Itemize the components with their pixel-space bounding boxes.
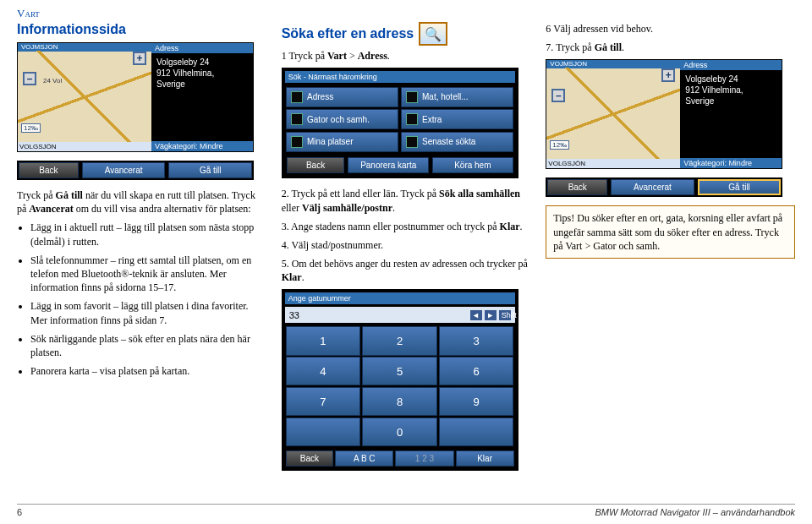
search-cell-food[interactable]: Mat, hotell... <box>401 87 513 107</box>
step-1: 1 Tryck på Vart > Adress. <box>282 49 531 63</box>
back-button[interactable]: Back <box>19 162 79 178</box>
zoom-out-button[interactable]: – <box>551 89 565 102</box>
addr-line-3: Sverige <box>685 96 776 106</box>
gps-info-screen: VOJMSJON – + 24 Vol 12‰ VOLGSJÖN Adress … <box>17 42 254 180</box>
drive-home-button[interactable]: Köra hem <box>432 157 513 173</box>
step-4: 4. Välj stad/postnummer. <box>282 238 531 252</box>
num-button[interactable]: 1 2 3 <box>395 450 453 467</box>
step-5: 5. Om det behövs anger du resten av adre… <box>282 257 531 284</box>
step-2: 2. Tryck på ett land eller län. Tryck på… <box>282 187 531 214</box>
street-label: VOLGSJÖN <box>546 159 680 168</box>
search-cell-streets[interactable]: Gator och samh. <box>286 109 398 129</box>
back-button[interactable]: Back <box>287 157 345 173</box>
roads-icon <box>291 113 303 125</box>
address-title: Adress <box>151 43 253 53</box>
map-scale: 12‰ <box>21 123 41 133</box>
search-cell-myplaces[interactable]: Mina platser <box>286 132 398 152</box>
gps-search-screen: Sök - Närmast häromkring Adress Mat, hot… <box>282 68 518 178</box>
entry-field[interactable]: 33 ◄ ► Shift <box>285 307 515 323</box>
magnifier-icon: 🔍 <box>419 22 447 46</box>
advanced-button[interactable]: Avancerat <box>82 162 166 178</box>
key-9[interactable]: 9 <box>439 387 514 416</box>
advanced-button[interactable]: Avancerat <box>611 179 694 195</box>
key-5[interactable]: 5 <box>362 357 437 385</box>
step-3: 3. Ange stadens namn eller postnummer oc… <box>282 220 531 233</box>
entry-value: 33 <box>289 310 299 320</box>
key-3[interactable]: 3 <box>439 326 514 355</box>
map-top-label: VOJMSJON <box>18 43 151 51</box>
list-item: Sök närliggande plats – sök efter en pla… <box>30 332 266 359</box>
address-block: Volgseleby 24 912 Vilhelmina, Sverige <box>680 70 782 158</box>
list-item: Slå telefonnummer – ring ett samtal till… <box>30 254 266 295</box>
page-number: 6 <box>17 507 22 517</box>
search-cell-extra[interactable]: Extra <box>401 109 513 129</box>
zoom-in-button[interactable]: + <box>133 52 146 65</box>
addr-line-2: 912 Vilhelmina, <box>156 68 248 79</box>
key-blank1[interactable] <box>286 418 361 446</box>
gps-keypad-screen: Ange gatunummer 33 ◄ ► Shift 1 2 3 4 5 6… <box>282 289 518 471</box>
list-item: Panorera karta – visa platsen på kartan. <box>30 364 266 378</box>
street-text: 24 Vol <box>43 77 62 85</box>
go-to-button-highlighted[interactable]: Gå till <box>698 179 782 195</box>
key-1[interactable]: 1 <box>286 326 361 355</box>
zoom-in-button[interactable]: + <box>661 68 675 82</box>
address-block: Volgseleby 24 912 Vilhelmina, Sverige <box>151 53 253 141</box>
extra-icon <box>406 113 418 125</box>
list-item: Lägg in i aktuell rutt – lägg till plats… <box>30 221 266 248</box>
column-1: Informationssida VOJMSJON – + 24 Vol 12‰… <box>17 22 266 471</box>
entry-arrows: ◄ ► Shift <box>470 309 511 320</box>
step-6: 6 Välj adressen vid behov. <box>546 22 795 35</box>
key-7[interactable]: 7 <box>286 387 361 416</box>
key-2[interactable]: 2 <box>362 326 437 355</box>
favorites-icon <box>291 136 303 148</box>
gps-goto-screen: VOJMSJON – + 12‰ VOLGSJÖN Adress Volgsel… <box>546 59 782 197</box>
column-3: 6 Välj adressen vid behov. 7. Tryck på G… <box>546 22 795 471</box>
arrow-left-icon[interactable]: ◄ <box>470 310 482 320</box>
keypad-header: Ange gatunummer <box>285 292 515 304</box>
done-button[interactable]: Klar <box>456 450 514 467</box>
addr-line-2: 912 Vilhelmina, <box>685 85 776 96</box>
key-blank2[interactable] <box>439 418 514 446</box>
map-scale: 12‰ <box>550 140 569 150</box>
road-category: Vägkategori: Mindre <box>151 141 253 151</box>
section-header: Vart <box>17 7 795 20</box>
key-0[interactable]: 0 <box>362 418 437 446</box>
column-2: Söka efter en adress 🔍 1 Tryck på Vart >… <box>282 22 531 471</box>
key-6[interactable]: 6 <box>439 357 514 385</box>
abc-button[interactable]: A B C <box>335 450 393 467</box>
page-footer: 6 BMW Motorrad Navigator III – användarh… <box>17 504 795 517</box>
info-intro: Tryck på Gå till när du vill skapa en ru… <box>17 188 266 216</box>
food-icon <box>406 91 418 103</box>
search-address-heading: Söka efter en adress 🔍 <box>282 22 531 46</box>
road-category: Vägkategori: Mindre <box>680 158 782 168</box>
back-button[interactable]: Back <box>547 179 607 195</box>
step-7: 7. Tryck på Gå till. <box>546 41 795 54</box>
search-cell-recent[interactable]: Senaste sökta <box>401 132 513 152</box>
info-page-heading: Informationssida <box>17 22 266 37</box>
address-title: Adress <box>680 60 782 70</box>
back-button[interactable]: Back <box>286 450 334 467</box>
key-8[interactable]: 8 <box>362 387 437 416</box>
arrow-right-icon[interactable]: ► <box>485 310 497 320</box>
list-item: Lägg in som favorit – lägg till platsen … <box>30 299 266 326</box>
addr-line-1: Volgseleby 24 <box>156 57 248 68</box>
go-to-button[interactable]: Gå till <box>168 162 252 178</box>
key-4[interactable]: 4 <box>286 357 361 385</box>
search-header: Sök - Närmast häromkring <box>285 71 515 83</box>
zoom-out-button[interactable]: – <box>23 72 36 85</box>
street-label: VOLGSJÖN <box>18 142 151 151</box>
book-title: BMW Motorrad Navigator III – användarhan… <box>595 507 795 517</box>
search-cell-address[interactable]: Adress <box>286 87 398 107</box>
address-icon <box>291 91 303 103</box>
tip-box: Tips! Du söker efter en ort, gata, korsn… <box>546 205 795 259</box>
recent-icon <box>406 136 418 148</box>
map-top-label: VOJMSJON <box>546 60 680 68</box>
pan-map-button[interactable]: Panorera karta <box>348 157 429 173</box>
addr-line-1: Volgseleby 24 <box>685 74 776 85</box>
options-list: Lägg in i aktuell rutt – lägg till plats… <box>17 221 266 378</box>
addr-line-3: Sverige <box>156 79 248 90</box>
